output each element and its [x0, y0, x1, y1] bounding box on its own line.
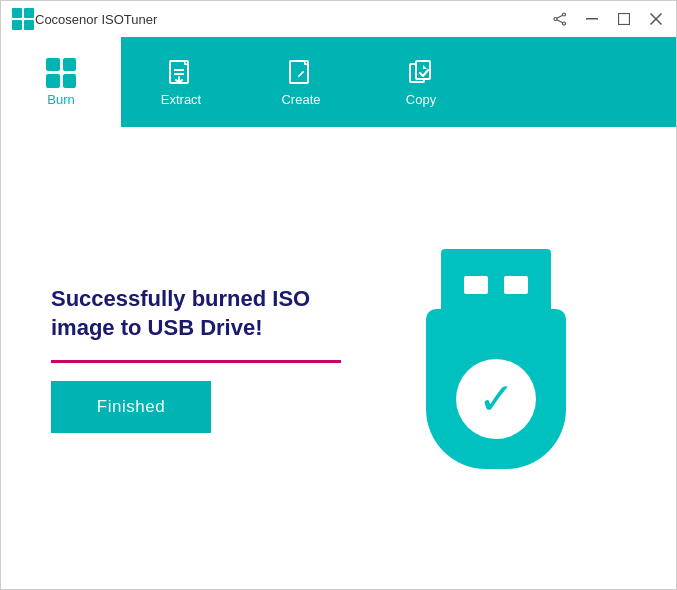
app-title: Cocosenor ISOTuner [35, 12, 550, 27]
svg-point-5 [563, 22, 566, 25]
burn-icon [46, 58, 76, 88]
tab-create-label: Create [281, 92, 320, 107]
success-message: Successfully burned ISO image to USB Dri… [51, 285, 351, 342]
left-section: Successfully burned ISO image to USB Dri… [51, 285, 366, 433]
tab-create[interactable]: Create [241, 37, 361, 127]
tab-extract[interactable]: Extract [121, 37, 241, 127]
finished-button[interactable]: Finished [51, 381, 211, 433]
svg-rect-0 [12, 8, 22, 18]
window-controls [550, 9, 666, 29]
svg-rect-3 [24, 20, 34, 30]
usb-port-right [504, 276, 528, 294]
svg-rect-10 [619, 14, 630, 25]
tab-extract-label: Extract [161, 92, 201, 107]
create-icon [286, 58, 316, 88]
usb-body: ✓ [426, 309, 566, 469]
main-content: Successfully burned ISO image to USB Dri… [1, 127, 676, 590]
tab-copy-label: Copy [406, 92, 436, 107]
checkmark-circle: ✓ [456, 359, 536, 439]
tab-burn-label: Burn [47, 92, 74, 107]
svg-point-4 [563, 13, 566, 16]
tab-copy[interactable]: Copy [361, 37, 481, 127]
title-bar: Cocosenor ISOTuner [1, 1, 676, 37]
right-section: ✓ [366, 249, 626, 469]
svg-rect-1 [24, 8, 34, 18]
checkmark-icon: ✓ [478, 377, 515, 421]
svg-rect-9 [586, 18, 598, 20]
tab-burn[interactable]: Burn [1, 37, 121, 127]
copy-icon [406, 58, 436, 88]
share-button[interactable] [550, 9, 570, 29]
svg-line-8 [557, 20, 563, 23]
divider [51, 360, 341, 363]
minimize-button[interactable] [582, 9, 602, 29]
usb-port-left [464, 276, 488, 294]
extract-icon [166, 58, 196, 88]
close-button[interactable] [646, 9, 666, 29]
usb-illustration: ✓ [406, 249, 586, 469]
svg-rect-2 [12, 20, 22, 30]
app-logo [11, 7, 35, 31]
svg-point-6 [554, 18, 557, 21]
maximize-button[interactable] [614, 9, 634, 29]
svg-line-7 [557, 15, 563, 18]
toolbar: Burn Extract Create Copy [1, 37, 676, 127]
